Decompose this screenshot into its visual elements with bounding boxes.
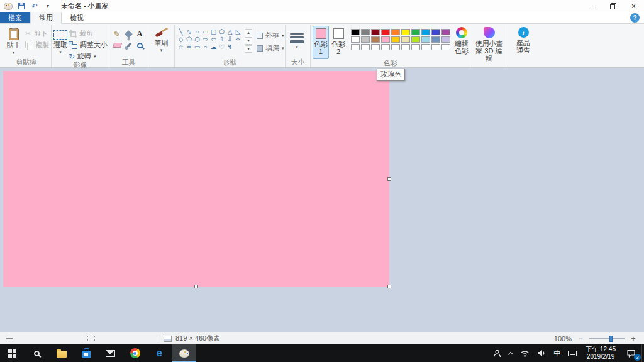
shape-up-arrow[interactable]: ⇧ [218,36,226,43]
brushes-button[interactable]: 筆刷 ▾ [150,26,172,52]
zoom-slider[interactable] [589,334,625,343]
color-swatch[interactable] [361,29,370,35]
color-swatch[interactable] [401,44,410,50]
zoom-in-button[interactable]: + [629,334,638,343]
shape-oval[interactable]: ○ [193,28,201,36]
action-center-button[interactable]: 3 [621,344,641,362]
cut-button[interactable]: ✂ 剪下 [25,29,49,38]
color-swatch[interactable] [411,44,420,50]
shape-curve[interactable]: ∿ [185,28,193,36]
color-swatch[interactable] [431,29,440,35]
shape-polygon[interactable]: ⬠ [218,28,226,36]
network-button[interactable] [516,344,533,362]
paste-button[interactable]: 貼上 ▾ [3,26,24,55]
color-swatch[interactable] [431,36,440,43]
shape-oval-callout[interactable]: ○ [201,43,209,51]
shape-triangle[interactable]: △ [226,28,234,36]
eraser-tool[interactable] [111,40,123,51]
taskbar-paint-button[interactable] [172,344,196,362]
color-swatch[interactable] [381,29,390,35]
color-swatch[interactable] [391,29,400,35]
ime-indicator[interactable]: 中 [550,344,564,362]
start-button[interactable] [0,344,25,362]
shape-right-triangle[interactable]: ◺ [234,28,242,36]
volume-button[interactable] [533,344,550,362]
people-button[interactable] [489,344,505,362]
touch-keyboard-button[interactable] [564,344,580,362]
shapes-scroll-up[interactable]: ▴ [245,29,252,36]
shape-diamond[interactable]: ◇ [177,36,185,43]
color-swatch[interactable] [411,29,420,35]
color-swatch[interactable] [351,36,360,43]
taskbar-edge-button[interactable]: e [147,344,172,362]
color-picker-tool[interactable] [123,40,134,51]
help-button[interactable]: ? [630,13,640,23]
select-dropdown[interactable]: ▾ [59,50,62,54]
copy-button[interactable]: 複製 [25,40,49,50]
close-button[interactable]: × [623,0,644,12]
shape-rounded-callout[interactable]: ▭ [193,43,201,51]
zoom-out-button[interactable]: − [576,334,585,343]
paste-dropdown[interactable]: ▾ [13,50,15,55]
undo-button[interactable]: ↶ [30,1,39,11]
size-dropdown[interactable]: ▾ [296,45,298,49]
shape-lightning[interactable]: ↯ [226,43,234,51]
shape-outline-button[interactable]: 外框 ▾ [257,31,284,40]
taskbar-search-button[interactable] [25,344,49,362]
pencil-tool[interactable]: ✎ [111,28,123,40]
tab-file[interactable]: 檔案 [0,12,30,23]
color-swatch[interactable] [401,29,410,35]
minimize-button[interactable] [582,0,602,12]
color-swatch[interactable] [351,29,360,35]
taskbar-file-explorer-button[interactable] [49,344,74,362]
taskbar-chrome-button[interactable] [123,344,147,362]
shape-heart[interactable]: ♡ [218,43,226,51]
clock[interactable]: 下午 12:45 2019/2/19 [580,346,621,361]
color2-button[interactable]: 色彩 2 [330,26,347,59]
shapes-scroll-down[interactable]: ▾ [245,37,252,45]
color-swatch[interactable] [371,29,380,35]
shape-down-arrow[interactable]: ⇩ [226,36,234,43]
tab-view[interactable]: 檢視 [62,12,92,23]
tab-home[interactable]: 常用 [30,12,62,24]
color-swatch[interactable] [371,44,380,50]
color-swatch[interactable] [441,36,450,43]
color-swatch[interactable] [391,44,400,50]
shape-cloud-callout[interactable]: ☁ [209,43,218,51]
qat-customize-button[interactable]: ▾ [43,1,52,11]
color-swatch[interactable] [441,44,450,50]
color-swatch[interactable] [381,36,390,43]
color-swatch[interactable] [391,36,400,43]
brushes-dropdown[interactable]: ▾ [160,48,163,52]
crop-button[interactable]: 裁剪 [69,29,108,38]
canvas-resize-handle-bottom[interactable] [194,285,198,288]
color-swatch[interactable] [421,44,430,50]
color-swatch[interactable] [421,36,430,43]
edit-with-paint3d-button[interactable]: 使用小畫家 3D 編輯 [472,26,506,62]
color-swatch[interactable] [371,36,380,43]
size-button[interactable]: ▾ [287,26,306,49]
color-swatch[interactable] [361,36,370,43]
canvas-resize-handle-corner[interactable] [387,285,391,288]
shapes-more-button[interactable]: ▾ [245,45,252,53]
save-button[interactable] [17,1,26,11]
magnifier-tool[interactable] [134,40,145,51]
color-swatch[interactable] [441,29,450,35]
color-swatch[interactable] [421,29,430,35]
shape-hexagon[interactable]: ⬡ [193,36,201,43]
restore-button[interactable] [602,0,623,12]
show-desktop-button[interactable] [641,344,644,362]
text-tool[interactable]: A [134,28,145,40]
shape-five-point-star[interactable]: ☆ [177,43,185,51]
color1-button[interactable]: 色彩 1 [313,26,329,59]
color-swatch[interactable] [381,44,390,50]
shape-pentagon[interactable]: ⬠ [185,36,193,43]
shape-right-arrow[interactable]: ⇨ [201,36,209,43]
shape-left-arrow[interactable]: ⇦ [209,36,218,43]
shape-fill-button[interactable]: 填滿 ▾ [257,43,284,53]
tray-expand-button[interactable] [505,344,516,362]
shape-line[interactable]: ╲ [177,28,185,36]
taskbar-store-button[interactable] [74,344,98,362]
canvas[interactable] [3,71,389,287]
product-alerts-button[interactable]: i 產品通告 [510,26,536,54]
